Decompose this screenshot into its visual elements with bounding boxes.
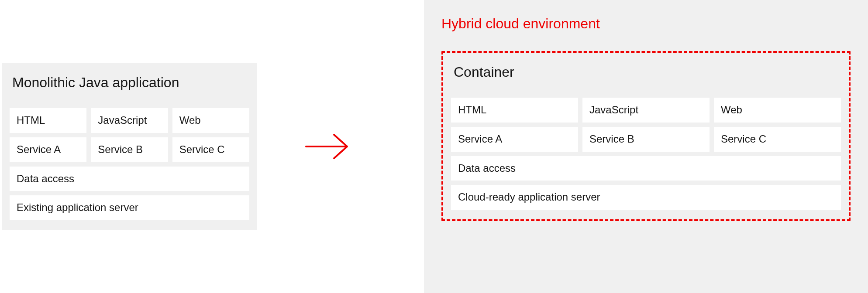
- monolithic-panel: Monolithic Java application HTML JavaScr…: [2, 63, 257, 230]
- row-data-access: Data access: [451, 156, 841, 181]
- container-title: Container: [454, 64, 841, 80]
- cell-service-b: Service B: [582, 127, 710, 152]
- cell-service-a: Service A: [451, 127, 578, 152]
- cell-web: Web: [172, 108, 249, 133]
- row-cloud-ready-app-server: Cloud-ready application server: [451, 185, 841, 210]
- cell-javascript: JavaScript: [91, 108, 168, 133]
- left-column: Monolithic Java application HTML JavaScr…: [2, 63, 257, 230]
- container-dashed-box: Container HTML JavaScript Web Service A …: [441, 51, 851, 221]
- arrow-icon: [303, 129, 351, 164]
- cell-html: HTML: [451, 98, 578, 123]
- cell-service-c: Service C: [714, 127, 841, 152]
- cell-html: HTML: [10, 108, 86, 133]
- cell-service-c: Service C: [172, 137, 249, 162]
- container-grid: HTML JavaScript Web Service A Service B …: [451, 98, 841, 152]
- row-existing-app-server: Existing application server: [10, 195, 249, 220]
- cell-javascript: JavaScript: [582, 98, 710, 123]
- monolithic-title: Monolithic Java application: [12, 75, 249, 91]
- monolithic-grid: HTML JavaScript Web Service A Service B …: [10, 108, 249, 162]
- cell-web: Web: [714, 98, 841, 123]
- container-panel: Container HTML JavaScript Web Service A …: [443, 53, 849, 219]
- cell-service-a: Service A: [10, 137, 86, 162]
- row-data-access: Data access: [10, 167, 249, 191]
- hybrid-cloud-title: Hybrid cloud environment: [441, 16, 851, 32]
- cell-service-b: Service B: [91, 137, 168, 162]
- right-column: Hybrid cloud environment Container HTML …: [424, 0, 868, 293]
- diagram-stage: Monolithic Java application HTML JavaScr…: [0, 0, 868, 293]
